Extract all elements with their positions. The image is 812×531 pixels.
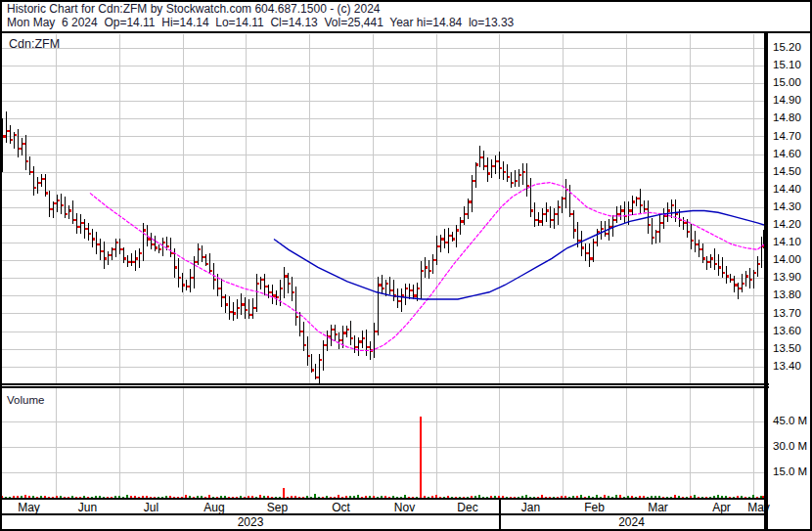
price-tick-label: 13.90 bbox=[773, 271, 801, 283]
price-tick-label: 15.00 bbox=[773, 76, 801, 88]
volume-pane-label: Volume bbox=[7, 394, 44, 406]
price-tick-label: 14.00 bbox=[773, 253, 801, 265]
month-label: Nov bbox=[394, 501, 415, 514]
year-axis-row: 20232024 bbox=[2, 515, 764, 529]
price-tick-label: 13.40 bbox=[773, 360, 801, 372]
quote-summary-line: Mon May 6 2024 Op=14.11 Hi=14.14 Lo=14.1… bbox=[7, 16, 514, 29]
ohlc-open-close-ticks bbox=[3, 130, 764, 378]
month-axis-row: MayJunJulAugSepOctNovDecJanFebMarAprMay bbox=[2, 500, 764, 513]
stock-chart-page: Historic Chart for Cdn:ZFM by Stockwatch… bbox=[0, 0, 812, 531]
chart-title: Historic Chart for Cdn:ZFM by Stockwatch… bbox=[7, 2, 381, 16]
volume-tick-label: 30.0 M bbox=[773, 440, 807, 452]
month-label: Apr bbox=[712, 501, 731, 514]
month-label: May bbox=[747, 501, 770, 514]
volume-chart-svg bbox=[2, 388, 764, 498]
price-tick-label: 13.60 bbox=[773, 325, 801, 336]
month-label: Jan bbox=[521, 501, 540, 514]
price-tick-label: 13.50 bbox=[773, 342, 801, 354]
month-label: Dec bbox=[457, 501, 477, 514]
month-label: Oct bbox=[332, 501, 350, 514]
price-tick-label: 14.70 bbox=[773, 130, 801, 142]
volume-pane bbox=[2, 388, 764, 498]
symbol-label: Cdn:ZFM bbox=[9, 37, 60, 51]
price-tick-label: 14.80 bbox=[773, 111, 801, 123]
price-tick-label: 14.50 bbox=[773, 165, 801, 177]
year-divider bbox=[499, 515, 501, 529]
price-tick-label: 14.20 bbox=[773, 218, 801, 230]
volume-tick-label: 15.0 M bbox=[773, 465, 807, 477]
price-gridlines bbox=[2, 34, 764, 383]
price-tick-label: 14.90 bbox=[773, 94, 801, 106]
price-tick-label: 15.10 bbox=[773, 59, 801, 70]
year-label: 2024 bbox=[618, 515, 645, 529]
price-pane bbox=[2, 34, 764, 383]
volume-bars bbox=[2, 417, 764, 498]
price-tick-label: 14.40 bbox=[773, 183, 801, 195]
month-label: Mar bbox=[648, 501, 668, 514]
month-label: May bbox=[18, 501, 40, 514]
price-tick-label: 13.70 bbox=[773, 307, 801, 319]
volume-gridlines bbox=[2, 388, 764, 498]
month-label: Sep bbox=[267, 501, 288, 514]
price-tick-label: 15.20 bbox=[773, 41, 801, 53]
year-label: 2023 bbox=[238, 515, 264, 529]
price-chart-svg bbox=[2, 34, 764, 383]
price-tick-label: 13.80 bbox=[773, 288, 801, 300]
year-divider bbox=[499, 500, 501, 513]
price-tick-label: 14.30 bbox=[773, 200, 801, 212]
month-label: Aug bbox=[203, 501, 224, 514]
axis-separator bbox=[764, 33, 768, 529]
price-tick-label: 14.60 bbox=[773, 148, 801, 159]
volume-tick-label: 45.0 M bbox=[773, 415, 807, 426]
header-separator bbox=[0, 31, 812, 33]
ohlc-bars bbox=[3, 111, 764, 383]
pane-separator-1 bbox=[0, 383, 769, 385]
month-label: Jun bbox=[78, 501, 97, 514]
price-tick-label: 14.10 bbox=[773, 236, 801, 247]
month-label: Feb bbox=[584, 501, 605, 514]
month-label: Jul bbox=[144, 501, 158, 514]
